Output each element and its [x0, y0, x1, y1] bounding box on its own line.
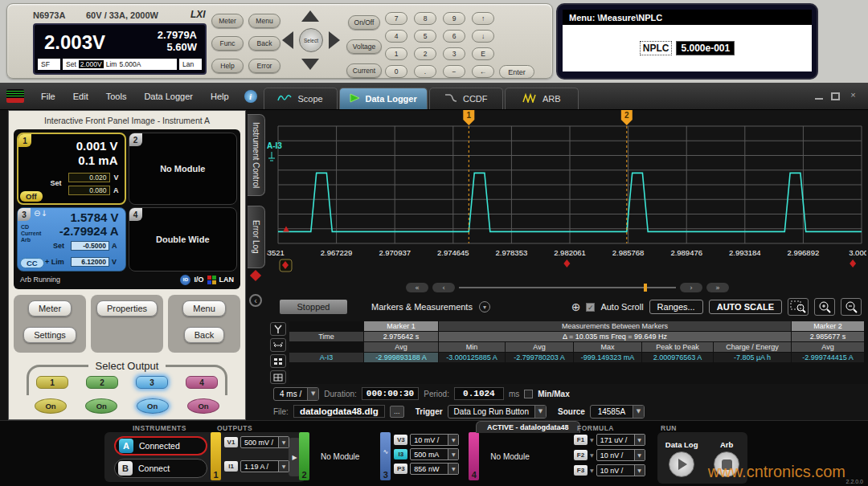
panel-properties-button[interactable]: Properties [96, 300, 158, 317]
nav-down-arrow[interactable] [301, 59, 319, 70]
output-4-select-button[interactable]: 4 [186, 376, 218, 389]
scroll-far-right-button[interactable]: » [706, 283, 729, 292]
module-1-set-current[interactable]: 0.080 [68, 186, 110, 195]
scroll-right-button[interactable]: › [680, 283, 702, 292]
onoff-button[interactable]: On/Off [348, 15, 380, 30]
zoom-out-button[interactable] [841, 298, 862, 316]
output-3-select-button[interactable]: 3 [136, 376, 168, 389]
output-2-select-button[interactable]: 2 [86, 376, 118, 389]
chevron-down-icon[interactable]: ▾ [479, 301, 490, 312]
minmax-checkbox[interactable] [524, 390, 533, 398]
chevron-down-icon[interactable]: ▼ [307, 388, 318, 400]
marker-delta-icon[interactable] [270, 338, 286, 352]
value-min[interactable]: -3.000125885 A [439, 353, 505, 362]
zoom-in-button[interactable] [814, 298, 835, 316]
value-charge-energy[interactable]: -7.805 µA h [714, 353, 791, 362]
tab-ccdf[interactable]: CCDF [429, 88, 503, 109]
waveform-chart[interactable]: 122.9635212.9672292.9709372.9746452.9783… [267, 110, 868, 280]
ranges-button[interactable]: Ranges... [649, 300, 703, 314]
menu-edit[interactable]: Edit [64, 92, 97, 101]
func-button[interactable]: Func [211, 36, 244, 51]
grid-view-icon[interactable] [270, 354, 286, 368]
tab-instrument-control[interactable]: Instrument Control [248, 114, 265, 196]
output-1-on-button[interactable]: On [35, 398, 67, 414]
zoom-region-button[interactable] [788, 298, 809, 316]
output-2-on-button[interactable]: On [85, 398, 117, 414]
scroll-track[interactable] [459, 287, 676, 288]
i3-range-dropdown[interactable]: 500 mA ▼ [410, 448, 459, 460]
select-button[interactable]: Select [299, 28, 323, 52]
module-4[interactable]: 4 Double Wide [129, 207, 238, 272]
menu-file[interactable]: File [32, 92, 64, 101]
panel-menu-button[interactable]: Menu [182, 300, 226, 317]
keypad-key[interactable]: 3 [443, 47, 465, 60]
instrument-b-button[interactable]: B Connect [114, 459, 207, 478]
meter-button[interactable]: Meter [211, 14, 244, 28]
keypad-key[interactable]: ↓ [472, 30, 494, 43]
period-value[interactable]: 0.1024 [454, 387, 504, 400]
value-max[interactable]: -999.149323 mA [574, 353, 641, 362]
nav-up-arrow[interactable] [301, 10, 319, 22]
browse-button[interactable]: ... [390, 406, 404, 418]
close-button[interactable]: × [848, 92, 858, 100]
collapse-panel-button[interactable]: ‹ [249, 294, 262, 307]
i1-range-dropdown[interactable]: 1.19 A / ▼ [240, 460, 289, 472]
auto-scale-button[interactable]: AUTO SCALE [709, 300, 782, 314]
chevron-down-icon[interactable]: ▼ [448, 435, 458, 445]
tab-arb[interactable]: ARB [505, 88, 579, 109]
chevron-down-icon[interactable]: ▼ [448, 449, 458, 459]
module-3-set-current[interactable]: -0.5000 [71, 241, 109, 251]
instrument-a-button[interactable]: A Connected [114, 436, 207, 455]
chevron-down-icon[interactable]: ▼ [633, 406, 644, 418]
tab-scope[interactable]: Scope [264, 88, 338, 109]
chevron-down-icon[interactable]: ▼ [448, 464, 458, 474]
f2-range-dropdown[interactable]: 10 nV / ▼ [596, 449, 645, 461]
help-button[interactable]: Help [211, 59, 244, 73]
maximize-button[interactable] [831, 92, 840, 100]
current-button[interactable]: Current [346, 63, 382, 78]
io-icon[interactable]: IO [180, 275, 190, 285]
v1-range-dropdown[interactable]: 500 mV / ▼ [240, 436, 289, 448]
timebase-dropdown[interactable]: 4 ms / ▼ [273, 387, 319, 401]
auto-scroll-checkbox[interactable]: ✓ [586, 303, 595, 312]
panel-settings-button[interactable]: Settings [23, 327, 76, 343]
value-avg[interactable]: -2.799780203 A [506, 353, 573, 362]
panel-meter-button[interactable]: Meter [28, 300, 72, 317]
enter-button[interactable]: Enter [499, 65, 534, 79]
module-3-lim-voltage[interactable]: 6.12000 [71, 257, 109, 267]
minimize-button[interactable] [815, 93, 823, 100]
keypad-key[interactable]: 0 [385, 65, 407, 78]
lan-icon[interactable] [207, 276, 216, 284]
module-1-set-voltage[interactable]: 0.020 [68, 173, 110, 182]
nplc-field-value[interactable]: 5.000e-001 [676, 41, 735, 55]
chevron-down-icon[interactable]: ▼ [634, 450, 645, 460]
back-button[interactable]: Back [248, 36, 280, 51]
output-3-on-button[interactable]: On [137, 398, 169, 414]
crosshair-icon[interactable]: ⊕ [571, 300, 581, 313]
menu-tools[interactable]: Tools [97, 92, 136, 101]
markers-measurements-dropdown[interactable]: Markers & Measurements [371, 302, 473, 312]
duration-value[interactable]: 000:00:30 [362, 387, 419, 400]
chevron-down-icon[interactable]: ▼ [278, 437, 289, 447]
chevron-down-icon[interactable]: ▼ [534, 406, 546, 418]
module-1[interactable]: 1 0.001 V 0.1 mA Set 0.020 V 0.080 A Off [17, 133, 126, 205]
tab-data-logger[interactable]: Data Logger [339, 88, 428, 109]
keypad-key[interactable]: 9 [443, 12, 465, 25]
datalog-run-button[interactable] [669, 451, 694, 477]
info-icon[interactable]: i [244, 90, 257, 103]
panel-back-button[interactable]: Back [184, 327, 224, 343]
keypad-key[interactable]: 5 [414, 30, 436, 43]
trigger-dropdown[interactable]: Data Log Run Button ▼ [448, 405, 547, 419]
output-1-select-button[interactable]: 1 [36, 376, 68, 389]
keypad-key[interactable]: . [414, 65, 436, 78]
chevron-down-icon[interactable]: ▼ [278, 461, 289, 472]
value-peak-to-peak[interactable]: 2.000976563 A [642, 353, 713, 362]
nav-left-arrow[interactable] [282, 31, 293, 49]
p3-range-dropdown[interactable]: 856 nW ▼ [410, 463, 459, 475]
keypad-key[interactable]: − [443, 65, 465, 78]
file-name-field[interactable]: datalogdata48.dlg [293, 405, 385, 418]
v3-range-dropdown[interactable]: 10 mV / ▼ [410, 434, 459, 446]
chevron-down-icon[interactable]: ▼ [634, 465, 645, 476]
source-dropdown[interactable]: 14585A ▼ [590, 405, 645, 419]
menu-help[interactable]: Help [202, 92, 238, 101]
